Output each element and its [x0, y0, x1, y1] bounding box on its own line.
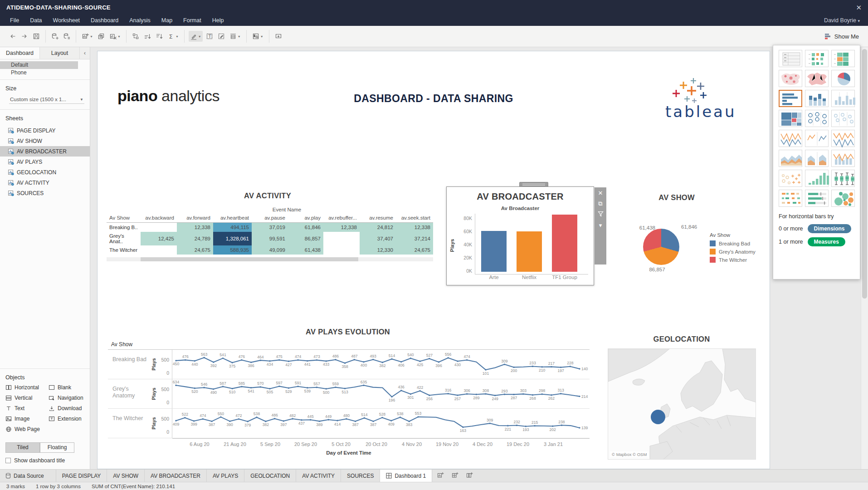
table-cell[interactable]: 12,330: [360, 245, 396, 255]
collapse-panel-icon[interactable]: ‹: [80, 47, 90, 59]
table-cell[interactable]: 61,438: [288, 245, 323, 255]
bottom-tab-av-show[interactable]: AV SHOW: [107, 470, 145, 482]
menu-item-help[interactable]: Help: [207, 17, 229, 24]
bottom-tab-geolocation[interactable]: GEOLOCATION: [244, 470, 296, 482]
showme-highlight-table[interactable]: [831, 50, 855, 67]
sheet-item-av-show[interactable]: AV SHOW: [0, 136, 90, 146]
swap-axes-icon[interactable]: [131, 31, 141, 42]
table-cell[interactable]: 24,812: [360, 223, 396, 232]
table-h-scrollbar[interactable]: [107, 257, 433, 261]
table-cell[interactable]: 86,857: [288, 232, 323, 245]
showme-packed-bubbles[interactable]: [831, 190, 855, 207]
bottom-tab-av-activity[interactable]: AV ACTIVITY: [296, 470, 341, 482]
showme-dual-combination[interactable]: [831, 150, 855, 167]
totals-icon[interactable]: Σ▼: [166, 31, 180, 42]
table-cell[interactable]: [323, 232, 360, 245]
table-cell[interactable]: 61,846: [288, 223, 323, 232]
sheet-item-av-activity[interactable]: AV ACTIVITY: [0, 177, 90, 188]
bottom-tab-page-display[interactable]: PAGE DISPLAY: [56, 470, 107, 482]
showme-dual-lines[interactable]: [831, 130, 855, 147]
bottom-tab-av-broadcaster[interactable]: AV BROADCASTER: [145, 470, 207, 482]
bar-arte[interactable]: [481, 231, 507, 272]
showme-filled-map[interactable]: [805, 70, 829, 87]
legend-item[interactable]: The Witcher: [710, 257, 756, 263]
table-cell[interactable]: [323, 245, 360, 255]
menu-item-file[interactable]: File: [5, 17, 24, 24]
menu-item-data[interactable]: Data: [24, 17, 47, 24]
save-icon[interactable]: [31, 31, 41, 42]
presentation-mode-icon[interactable]: [273, 31, 283, 42]
tab-dashboard[interactable]: Dashboard: [0, 47, 40, 59]
menu-item-dashboard[interactable]: Dashboard: [85, 17, 124, 24]
table-cell[interactable]: [141, 245, 177, 255]
table-cell[interactable]: 588,935: [213, 245, 252, 255]
bar-netflix[interactable]: [517, 231, 542, 272]
duplicate-icon[interactable]: [96, 31, 106, 42]
table-cell[interactable]: 99,591: [252, 232, 288, 245]
undo-icon[interactable]: [8, 31, 18, 42]
new-dashboard-icon[interactable]: [449, 470, 462, 481]
showme-area-continuous[interactable]: [779, 150, 802, 167]
pause-data-icon[interactable]: [62, 31, 72, 42]
object-blank[interactable]: Blank: [49, 384, 92, 391]
menu-item-format[interactable]: Format: [178, 17, 207, 24]
sort-descending-icon[interactable]: [154, 31, 164, 42]
filter-icon[interactable]: [598, 211, 604, 218]
av-show-pie[interactable]: [643, 229, 679, 265]
legend-item[interactable]: Grey's Anatomy: [710, 249, 756, 255]
sheet-item-av-plays[interactable]: AV PLAYS: [0, 157, 90, 167]
geolocation-map[interactable]: © Mapbox © OSM: [608, 348, 756, 460]
show-me-button[interactable]: Show Me: [819, 30, 864, 43]
showme-symbol-map[interactable]: [779, 70, 802, 87]
showme-gantt[interactable]: [779, 190, 802, 207]
table-cell[interactable]: 37,019: [252, 223, 288, 232]
table-cell[interactable]: 37,214: [396, 232, 433, 245]
device-option-phone[interactable]: Phone: [0, 69, 90, 77]
showme-bullet-graph[interactable]: [805, 190, 829, 207]
object-download[interactable]: Download: [49, 405, 92, 412]
vertical-scrollbar[interactable]: [861, 47, 868, 469]
table-cell[interactable]: 49,099: [252, 245, 288, 255]
av-broadcaster-card[interactable]: AV BROADCASTER Av Broadcaster Plays0K20K…: [446, 186, 594, 285]
showme-heatmap[interactable]: [805, 50, 829, 67]
tab-dashboard-1[interactable]: Dashboard 1: [380, 470, 432, 482]
add-data-icon[interactable]: [50, 31, 60, 42]
showme-lines-continuous[interactable]: [779, 130, 802, 147]
checkbox-icon[interactable]: [5, 458, 11, 463]
table-cell[interactable]: 37,407: [360, 232, 396, 245]
sort-ascending-icon[interactable]: [142, 31, 152, 42]
object-image[interactable]: Image: [5, 416, 49, 422]
menu-item-map[interactable]: Map: [156, 17, 178, 24]
size-dropdown[interactable]: Custom size (1500 x 1... ▼: [9, 95, 84, 104]
showme-side-by-side-circles[interactable]: [831, 110, 855, 127]
object-web-page[interactable]: Web Page: [5, 426, 49, 432]
table-cell[interactable]: 24,675: [396, 245, 433, 255]
object-vertical[interactable]: Vertical: [5, 395, 49, 401]
showme-circle-views[interactable]: [805, 110, 829, 127]
menu-item-analysis[interactable]: Analysis: [124, 17, 156, 24]
line-plot[interactable]: 4095223994743875503904723795383824863974…: [172, 409, 590, 438]
close-icon[interactable]: ✕: [856, 4, 862, 12]
close-icon[interactable]: ✕: [598, 190, 603, 196]
object-navigation[interactable]: Navigation: [49, 395, 92, 401]
text-label-icon[interactable]: T: [205, 31, 215, 42]
more-caret-icon[interactable]: ▾: [599, 222, 602, 228]
table-cell[interactable]: 12,338: [177, 223, 213, 232]
showme-histogram[interactable]: [805, 170, 829, 187]
showme-stacked-bars[interactable]: [805, 90, 829, 107]
scrollbar-thumb[interactable]: [141, 257, 358, 261]
table-cell[interactable]: 12,338: [396, 223, 433, 232]
bottom-tab-av-plays[interactable]: AV PLAYS: [207, 470, 244, 482]
showme-pie-chart[interactable]: [831, 70, 855, 87]
floating-button[interactable]: Floating: [40, 442, 74, 453]
table-cell[interactable]: 12,425: [141, 232, 177, 245]
line-plot[interactable]: 4504764405633925413754763864644344754274…: [172, 350, 590, 379]
table-cell[interactable]: 24,675: [177, 245, 213, 255]
user-menu[interactable]: David Boyrie ▾: [824, 17, 863, 24]
table-cell[interactable]: 1,328,061: [213, 232, 252, 245]
table-cell[interactable]: 494,115: [213, 223, 252, 232]
table-cell[interactable]: 24,789: [177, 232, 213, 245]
new-worksheet-icon[interactable]: ▼: [80, 31, 94, 42]
sheet-item-page-display[interactable]: PAGE DISPLAY: [0, 125, 90, 136]
show-cards-icon[interactable]: ▼: [251, 31, 265, 42]
